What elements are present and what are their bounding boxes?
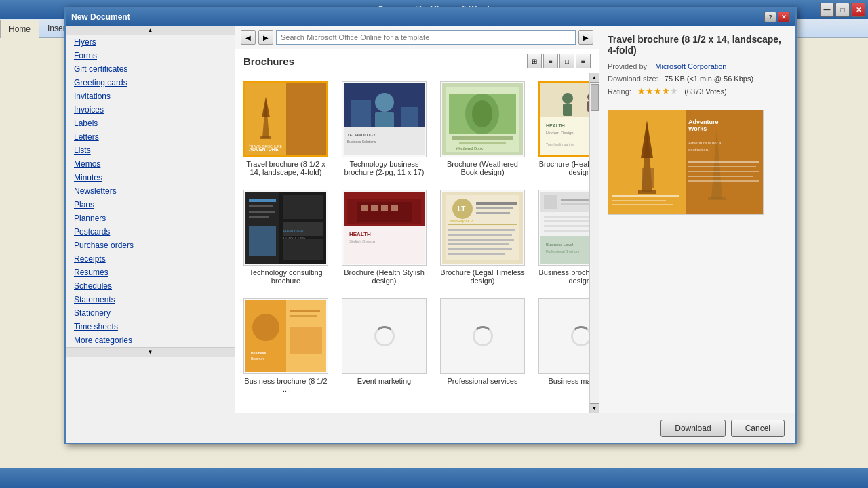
search-input[interactable] <box>276 30 576 45</box>
svg-rect-79 <box>561 203 589 205</box>
sidebar-item-greeting-cards[interactable]: Greeting cards <box>66 76 235 89</box>
svg-rect-30 <box>587 101 589 112</box>
svg-rect-69 <box>448 234 512 236</box>
view-btn-1[interactable]: ⊞ <box>527 54 542 68</box>
template-event-marketing[interactable]: Event marketing <box>339 296 429 396</box>
sidebar-item-memos[interactable]: Memos <box>66 157 235 171</box>
svg-rect-52 <box>357 202 412 222</box>
svg-rect-35 <box>546 138 589 138</box>
svg-text:destination.: destination. <box>688 148 709 152</box>
template-business-level-label: Business brochure (Level design) <box>538 268 589 285</box>
download-size-label: Download size: <box>608 75 658 83</box>
templates-scroll-thumb[interactable] <box>591 84 599 111</box>
templates-scroll-up[interactable]: ▲ <box>590 73 599 83</box>
tech-business-thumb-image: TECHNOLOGY Business Solutions <box>344 83 425 155</box>
template-tech-business[interactable]: TECHNOLOGY Business Solutions Technology… <box>339 79 429 179</box>
sidebar-item-flyers[interactable]: Flyers <box>66 35 235 49</box>
download-size-value: 75 KB (<1 min @ 56 Kbps) <box>665 75 753 83</box>
dialog-title: New Document <box>71 12 130 22</box>
sidebar-item-letters[interactable]: Letters <box>66 130 235 144</box>
svg-point-89 <box>252 314 279 341</box>
business-half-thumb-image: Business Brochure <box>245 300 326 372</box>
sidebar-item-gift-certificates[interactable]: Gift certificates <box>66 62 235 76</box>
svg-rect-46 <box>283 239 323 260</box>
svg-rect-41 <box>249 211 275 213</box>
view-btn-3[interactable]: □ <box>559 54 574 68</box>
templates-scroll-down[interactable]: ▼ <box>590 403 599 413</box>
view-btn-4[interactable]: ≡ <box>576 54 591 68</box>
sidebar-item-purchase-orders[interactable]: Purchase orders <box>66 239 235 252</box>
sidebar-item-statements[interactable]: Statements <box>66 293 235 306</box>
sidebar-item-invitations[interactable]: Invitations <box>66 89 235 103</box>
template-weathered-label: Brochure (Weathered Book design) <box>440 160 525 176</box>
dialog-help-button[interactable]: ? <box>764 12 776 22</box>
sidebar-scroll-up[interactable]: ▲ <box>66 26 235 35</box>
view-btn-2[interactable]: ≡ <box>543 54 558 68</box>
svg-text:HEALTH: HEALTH <box>546 123 565 128</box>
business-level-thumb-image: Business Level Professional Brochure <box>540 192 589 264</box>
svg-text:Adventure is not a: Adventure is not a <box>688 141 722 145</box>
svg-text:Weathered Book: Weathered Book <box>456 146 483 150</box>
template-business-marketing-label: Business marketing <box>549 377 590 385</box>
sidebar-scroll-down[interactable]: ▼ <box>66 347 235 357</box>
template-business-half-label: Business brochure (8 1/2 ... <box>243 377 328 393</box>
sidebar-item-forms[interactable]: Forms <box>66 49 235 62</box>
download-button[interactable]: Download <box>660 420 725 437</box>
close-button[interactable]: ✕ <box>851 3 865 17</box>
svg-text:TECHNOLOGY: TECHNOLOGY <box>347 133 376 137</box>
minimize-button[interactable]: — <box>820 3 834 17</box>
svg-rect-56 <box>391 205 398 211</box>
sidebar-item-postcards[interactable]: Postcards <box>66 225 235 239</box>
svg-rect-107 <box>612 204 673 205</box>
sidebar-item-lists[interactable]: Lists <box>66 144 235 157</box>
sidebar-item-planners[interactable]: Planners <box>66 211 235 225</box>
sidebar-item-stationery[interactable]: Stationery <box>66 306 235 320</box>
svg-text:Greenway LLP: Greenway LLP <box>448 219 473 223</box>
dialog-close-button[interactable]: ✕ <box>778 12 790 22</box>
template-weathered[interactable]: Weathered Book Brochure (Weathered Book … <box>437 79 528 179</box>
template-event-marketing-label: Event marketing <box>357 377 411 385</box>
provided-by-value: Microsoft Corporation <box>655 62 726 70</box>
svg-rect-70 <box>448 239 514 241</box>
cancel-button[interactable]: Cancel <box>731 420 785 437</box>
dialog-footer: Download Cancel <box>66 413 795 443</box>
svg-rect-114 <box>688 171 760 172</box>
template-professional-services[interactable]: Professional services <box>437 296 528 396</box>
search-go-button[interactable]: ▶ <box>578 30 593 45</box>
sidebar-item-receipts[interactable]: Receipts <box>66 252 235 266</box>
svg-point-27 <box>562 93 573 104</box>
svg-rect-106 <box>612 200 666 201</box>
template-business-marketing[interactable]: Business marketing <box>536 296 589 396</box>
download-size-row: Download size: 75 KB (<1 min @ 56 Kbps) <box>608 73 787 85</box>
sidebar-item-more-categories[interactable]: More categories <box>66 333 235 347</box>
right-panel-meta: Provided by: Microsoft Corporation Downl… <box>608 61 787 99</box>
tab-home[interactable]: Home <box>0 20 39 38</box>
template-health-modern[interactable]: HEALTH Modern Design Your health partner… <box>536 79 589 179</box>
maximize-button[interactable]: □ <box>835 3 850 17</box>
template-business-half[interactable]: Business Brochure Business brochure (8 1… <box>241 296 331 396</box>
sidebar-item-schedules[interactable]: Schedules <box>66 279 235 293</box>
back-button[interactable]: ◀ <box>241 30 256 45</box>
sidebar-item-minutes[interactable]: Minutes <box>66 171 235 184</box>
sidebar-item-plans[interactable]: Plans <box>66 198 235 211</box>
templates-grid: ADVENTURE TRAVEL BROCHURE Travel brochur… <box>241 79 578 396</box>
template-tech-consult[interactable]: HANOVER CONSULTING Technology consulting… <box>241 187 331 287</box>
svg-rect-12 <box>351 100 371 127</box>
templates-scroll-track <box>590 83 599 403</box>
svg-rect-22 <box>452 136 513 140</box>
template-health-stylish[interactable]: HEALTH Stylish Design Brochure (Health S… <box>339 187 429 287</box>
template-business-level[interactable]: Business Level Professional Brochure Bus… <box>536 187 589 287</box>
template-legal[interactable]: LT <box>437 187 528 287</box>
template-travel-brochure[interactable]: ADVENTURE TRAVEL BROCHURE Travel brochur… <box>241 79 331 179</box>
rating-stars: ★★★★★ <box>637 86 678 96</box>
sidebar-item-newsletters[interactable]: Newsletters <box>66 184 235 198</box>
sidebar-item-invoices[interactable]: Invoices <box>66 103 235 117</box>
sidebar-item-resumes[interactable]: Resumes <box>66 266 235 279</box>
svg-text:Business Solutions: Business Solutions <box>347 140 376 144</box>
rating-label: Rating: <box>608 87 631 96</box>
svg-rect-55 <box>381 205 388 211</box>
svg-rect-65 <box>476 207 513 209</box>
forward-button[interactable]: ▶ <box>258 30 273 45</box>
sidebar-item-labels[interactable]: Labels <box>66 117 235 130</box>
sidebar-item-time-sheets[interactable]: Time sheets <box>66 320 235 333</box>
